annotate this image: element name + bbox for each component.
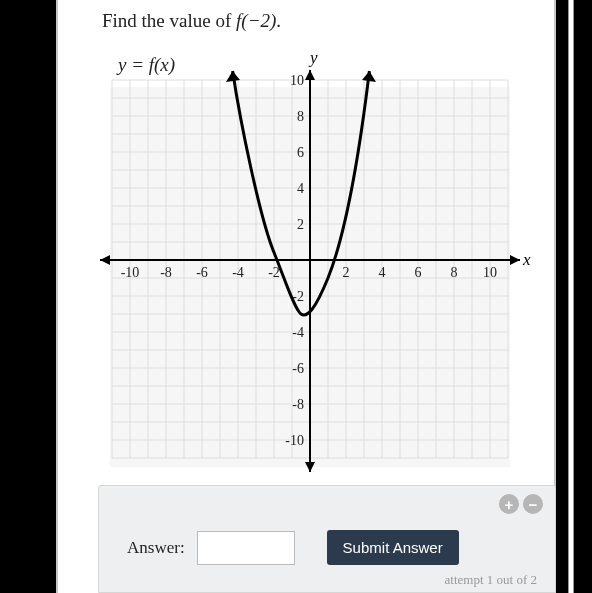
svg-text:-6: -6 [292, 361, 304, 376]
y-axis-label: y [310, 48, 318, 68]
question-prefix: Find the value of [102, 10, 236, 31]
svg-text:-8: -8 [160, 265, 172, 280]
svg-text:10: 10 [483, 265, 497, 280]
svg-marker-47 [305, 70, 315, 80]
question-fn: f(−2) [236, 10, 276, 31]
svg-marker-45 [510, 255, 520, 265]
svg-text:-4: -4 [232, 265, 244, 280]
svg-text:2: 2 [297, 217, 304, 232]
svg-text:8: 8 [297, 109, 304, 124]
svg-text:-10: -10 [121, 265, 140, 280]
svg-text:-10: -10 [285, 433, 304, 448]
svg-text:4: 4 [297, 181, 304, 196]
svg-text:-8: -8 [292, 397, 304, 412]
equation-label: y = f(x) [118, 54, 175, 76]
svg-text:-6: -6 [196, 265, 208, 280]
svg-text:10: 10 [290, 73, 304, 88]
minus-button[interactable]: − [523, 494, 543, 514]
plot-svg: -10 -8 -6 -4 -2 2 4 6 8 10 10 8 6 4 2 -2… [100, 80, 530, 480]
right-edge-decor [568, 0, 574, 593]
submit-button[interactable]: Submit Answer [327, 530, 459, 565]
svg-marker-46 [100, 255, 110, 265]
svg-text:4: 4 [379, 265, 386, 280]
problem-card: Find the value of f(−2). y = f(x) y x [56, 0, 556, 593]
plus-button[interactable]: + [499, 494, 519, 514]
chart: y x [100, 80, 530, 480]
answer-input[interactable] [197, 531, 295, 565]
question-text: Find the value of f(−2). [102, 10, 281, 32]
answer-panel: + − Answer: Submit Answer attempt 1 out … [98, 485, 556, 593]
attempt-text: attempt 1 out of 2 [445, 572, 537, 588]
answer-label: Answer: [127, 538, 185, 558]
svg-text:6: 6 [415, 265, 422, 280]
zoom-controls: + − [499, 494, 543, 514]
question-suffix: . [276, 10, 281, 31]
svg-text:2: 2 [343, 265, 350, 280]
svg-text:-4: -4 [292, 325, 304, 340]
svg-text:8: 8 [451, 265, 458, 280]
svg-marker-48 [305, 462, 315, 472]
svg-text:-2: -2 [268, 265, 280, 280]
svg-text:6: 6 [297, 145, 304, 160]
